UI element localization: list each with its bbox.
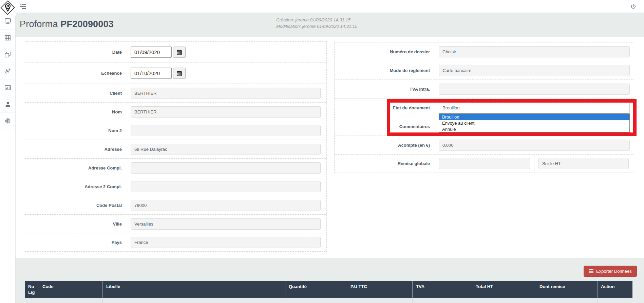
adresse2-compl-input[interactable] [131, 181, 321, 192]
bar-chart-icon [5, 85, 11, 90]
form-row-remise-globale: Remise globale Sur le HT [335, 154, 633, 173]
dropdown-option-envoye[interactable]: Envoyé au client [439, 120, 629, 126]
etat-document-select[interactable]: Brouillon [439, 102, 630, 113]
copy-icon [5, 52, 11, 57]
adresse-input[interactable]: 68 Rue Dalayrac [131, 144, 321, 155]
form-row-mode-reglement: Mode de règlement Carte bancaire [335, 61, 633, 79]
created-timestamp: Création: jerome 01/09/2020 14:31:15 [276, 17, 357, 23]
adresse-compl-input[interactable] [131, 162, 321, 174]
form-row-pays: Pays France [25, 233, 326, 252]
form-left-column: Date 01/09/2020 Echéance 01/10/2020 Clie… [25, 41, 327, 252]
nom-input[interactable]: BERTHIER [131, 106, 321, 118]
table-icon [5, 35, 11, 40]
table-body-row [25, 298, 632, 303]
column-header-libelle: Libellé [103, 281, 285, 298]
sidebar-item-statistics[interactable] [0, 79, 15, 96]
column-header-quantite: Quantité [285, 281, 347, 298]
column-header-pu-ttc: P.U TTC [347, 281, 413, 298]
pays-label: Pays [25, 233, 126, 251]
column-header-dont-remise: Dont remise [536, 281, 598, 298]
form-row-date: Date 01/09/2020 [25, 41, 326, 63]
nom-label: Nom [25, 103, 126, 121]
date-input[interactable]: 01/09/2020 [131, 47, 172, 58]
sidebar-nav [0, 13, 16, 303]
form-row-code-postal: Code Postal 78000 [25, 196, 326, 214]
code-postal-label: Code Postal [25, 196, 126, 214]
column-header-tva: TVA [413, 281, 472, 298]
column-header-action: Action [598, 281, 632, 298]
list-icon [589, 269, 593, 273]
top-bar [0, 0, 644, 13]
document-number: PF20090003 [60, 19, 114, 29]
modified-timestamp: Modification: jerome 01/09/2020 14:31:15 [276, 23, 357, 30]
form-row-ville: Ville Versailles [25, 214, 326, 233]
dropdown-option-brouillon[interactable]: Brouillon [439, 114, 629, 120]
lines-section: Exporter Données No Lig Code Libellé Qua… [16, 258, 644, 303]
form-row-acompte: Acompte (en €) 0,000 [335, 136, 633, 154]
sidebar-toggle-icon[interactable] [20, 3, 27, 10]
adresse-compl-label: Adresse Compl. [25, 159, 126, 177]
form-right-column: Numéro de dossier Choisir Mode de règlem… [334, 42, 633, 173]
tva-intra-label: TVA intra. [335, 80, 434, 98]
sidebar-item-contacts[interactable] [0, 96, 15, 113]
app-logo[interactable] [0, 0, 16, 16]
pays-input[interactable]: France [131, 237, 321, 248]
nom2-input[interactable] [131, 125, 321, 136]
calendar-icon[interactable] [173, 68, 186, 79]
user-icon [5, 102, 11, 107]
table-header-row: No Lig Code Libellé Quantité P.U TTC TVA… [25, 281, 632, 298]
etat-document-dropdown: Brouillon Envoyé au client Annulé [439, 113, 630, 132]
code-postal-input[interactable]: 78000 [131, 200, 321, 211]
echeance-label: Echéance [25, 63, 126, 84]
calendar-icon[interactable] [173, 47, 186, 58]
target-icon [5, 118, 11, 124]
acompte-input[interactable]: 0,000 [439, 140, 630, 151]
form-row-echeance: Echéance 01/10/2020 [25, 63, 326, 84]
form-row-numero-dossier: Numéro de dossier Choisir [335, 42, 633, 61]
mode-reglement-select[interactable]: Carte bancaire [439, 65, 630, 76]
client-input[interactable]: BERTHIER [131, 88, 321, 99]
ville-input[interactable]: Versailles [131, 218, 321, 230]
form-panel: Date 01/09/2020 Echéance 01/10/2020 Clie… [16, 37, 644, 258]
lines-table: No Lig Code Libellé Quantité P.U TTC TVA… [25, 281, 632, 303]
numero-dossier-select[interactable]: Choisir [439, 46, 630, 57]
export-data-label: Exporter Données [596, 269, 632, 274]
form-row-client: Client BERTHIER [25, 84, 326, 102]
form-row-tva-intra: TVA intra. [335, 79, 633, 98]
form-row-nom: Nom BERTHIER [25, 102, 326, 121]
power-icon[interactable] [630, 3, 638, 10]
page-title: Proforma PF20090003 [20, 19, 114, 30]
remise-globale-input[interactable] [439, 158, 530, 169]
date-label: Date [25, 42, 126, 63]
commentaires-label: Commentaires [335, 117, 434, 136]
sidebar-item-target[interactable] [0, 113, 15, 129]
numero-dossier-label: Numéro de dossier [335, 42, 434, 61]
cell-divider [534, 155, 534, 173]
monitor-icon [5, 18, 11, 24]
remise-type-select[interactable]: Sur le HT [538, 158, 629, 169]
etat-document-label: Etat du document [335, 99, 434, 117]
page-header: Proforma PF20090003 Création: jerome 01/… [16, 13, 644, 37]
sidebar-item-documents[interactable] [0, 46, 15, 63]
sidebar-item-tables[interactable] [0, 30, 15, 46]
form-row-adresse-compl: Adresse Compl. [25, 158, 326, 177]
column-header-no-lig: No Lig [25, 281, 39, 298]
sidebar-item-settings[interactable] [0, 63, 15, 79]
echeance-input[interactable]: 01/10/2020 [131, 68, 172, 79]
form-row-adresse: Adresse 68 Rue Dalayrac [25, 140, 326, 158]
adresse-label: Adresse [25, 140, 126, 158]
column-header-total-ht: Total HT [472, 281, 536, 298]
client-label: Client [25, 84, 126, 102]
document-meta: Création: jerome 01/09/2020 14:31:15 Mod… [276, 17, 357, 30]
column-header-code: Code [39, 281, 103, 298]
ville-label: Ville [25, 215, 126, 233]
gears-icon [4, 68, 11, 74]
acompte-label: Acompte (en €) [335, 136, 434, 154]
export-data-button[interactable]: Exporter Données [584, 266, 637, 277]
dropdown-option-annule[interactable]: Annulé [439, 126, 629, 132]
form-row-adresse2-compl: Adresse 2 Compl. [25, 177, 326, 196]
tva-intra-input[interactable] [439, 84, 630, 95]
mode-reglement-label: Mode de règlement [335, 61, 434, 79]
form-row-nom2: Nom 2 [25, 121, 326, 140]
remise-globale-label: Remise globale [335, 155, 434, 173]
